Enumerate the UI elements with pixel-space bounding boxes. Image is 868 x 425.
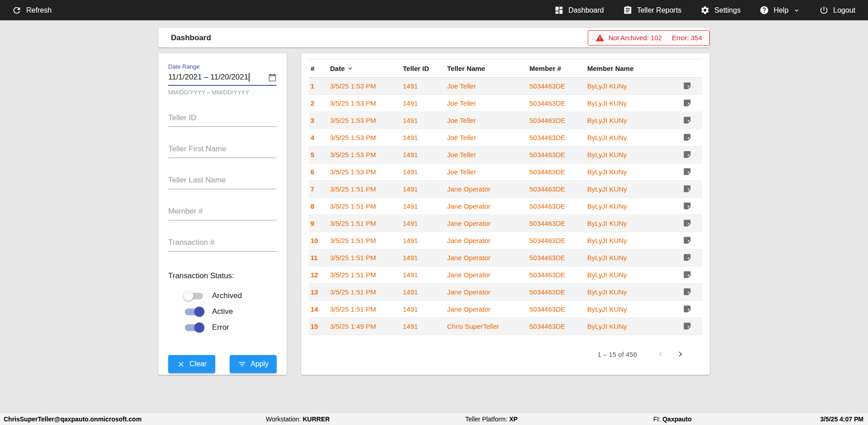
- cell-num: 8: [309, 198, 328, 215]
- refresh-label: Refresh: [26, 6, 52, 14]
- teller-last-name-input[interactable]: [168, 174, 277, 189]
- nav-settings[interactable]: Settings: [700, 5, 741, 15]
- cell-teller-name: Joe Teller: [445, 78, 528, 95]
- cell-member: 5034463DE: [528, 198, 585, 215]
- note-icon[interactable]: [682, 252, 693, 263]
- transaction-status-label: Transaction Status:: [168, 271, 277, 280]
- nav-teller-reports-label: Teller Reports: [637, 6, 682, 14]
- date-range-input[interactable]: 11/1/2021 – 11/20/2021: [168, 73, 277, 86]
- cell-date: 3/5/25 1:53 PM: [328, 112, 401, 129]
- teller-first-name-input[interactable]: [168, 143, 277, 158]
- active-toggle[interactable]: [184, 306, 204, 317]
- column-header-date[interactable]: Date: [328, 59, 401, 78]
- note-icon[interactable]: [682, 98, 693, 108]
- cell-date: 3/5/25 1:53 PM: [328, 146, 401, 163]
- date-range-hint: MM/DD/YYYY – MM/DD/YYYY: [168, 89, 277, 96]
- cell-num: 4: [309, 129, 328, 146]
- logout-button[interactable]: Logout: [819, 5, 855, 15]
- table-row[interactable]: 8 3/5/25 1:51 PM 1491 Jane Operator 5034…: [309, 198, 702, 215]
- cell-member: 5034463DE: [528, 95, 585, 112]
- table-row[interactable]: 13 3/5/25 1:51 PM 1491 Jane Operator 503…: [309, 284, 702, 301]
- note-icon[interactable]: [682, 286, 693, 297]
- table-body: 1 3/5/25 1:53 PM 1491 Joe Teller 5034463…: [309, 78, 702, 335]
- cell-teller-name: Joe Teller: [445, 163, 528, 181]
- note-icon[interactable]: [682, 115, 693, 126]
- page-title: Dashboard: [171, 33, 211, 42]
- cell-teller-name: Jane Operator: [445, 198, 528, 215]
- member-number-input[interactable]: [168, 205, 277, 220]
- note-icon[interactable]: [682, 218, 693, 229]
- pagination: 1 – 15 of 456: [309, 335, 702, 375]
- table-row[interactable]: 6 3/5/25 1:53 PM 1491 Joe Teller 5034463…: [309, 163, 702, 181]
- error-toggle[interactable]: [184, 322, 204, 333]
- note-icon[interactable]: [682, 201, 693, 211]
- date-range-label: Date Range: [168, 63, 277, 70]
- transaction-number-input[interactable]: [168, 236, 277, 252]
- clear-button-label: Clear: [189, 360, 207, 368]
- note-icon[interactable]: [682, 166, 693, 177]
- table-row[interactable]: 7 3/5/25 1:51 PM 1491 Jane Operator 5034…: [309, 181, 702, 198]
- note-icon[interactable]: [682, 269, 693, 280]
- cell-num: 13: [309, 284, 328, 301]
- cell-actions: [673, 146, 702, 163]
- cell-num: 2: [309, 95, 328, 112]
- archived-toggle[interactable]: [184, 290, 204, 301]
- note-icon[interactable]: [682, 183, 693, 194]
- note-icon[interactable]: [682, 80, 693, 91]
- note-icon[interactable]: [682, 235, 693, 246]
- help-icon: [760, 5, 769, 15]
- power-icon: [819, 5, 829, 15]
- table-row[interactable]: 12 3/5/25 1:51 PM 1491 Jane Operator 503…: [309, 266, 702, 284]
- table-row[interactable]: 5 3/5/25 1:53 PM 1491 Joe Teller 5034463…: [309, 146, 702, 163]
- cell-date: 3/5/25 1:51 PM: [328, 181, 401, 198]
- filter-icon: [238, 360, 246, 369]
- cell-member-name: ByLyJI KUNy: [585, 163, 673, 181]
- date-range-value: 11/1/2021 – 11/20/2021: [168, 73, 248, 82]
- cell-num: 3: [309, 112, 328, 129]
- cell-teller-name: Jane Operator: [445, 284, 528, 301]
- table-row[interactable]: 14 3/5/25 1:51 PM 1491 Jane Operator 503…: [309, 301, 702, 318]
- table-row[interactable]: 2 3/5/25 1:53 PM 1491 Joe Teller 5034463…: [309, 95, 702, 112]
- apply-button[interactable]: Apply: [230, 355, 277, 373]
- teller-id-input[interactable]: [168, 112, 277, 127]
- note-icon[interactable]: [682, 321, 693, 332]
- note-icon[interactable]: [682, 304, 693, 314]
- nav-dashboard[interactable]: Dashboard: [554, 5, 604, 15]
- table-row[interactable]: 9 3/5/25 1:51 PM 1491 Jane Operator 5034…: [309, 215, 702, 232]
- refresh-button[interactable]: Refresh: [12, 5, 52, 15]
- table-row[interactable]: 15 3/5/25 1:49 PM 1491 Chris SuperTeller…: [309, 318, 702, 335]
- transactions-table: # Date Teller ID Teller Name Member #: [309, 59, 702, 335]
- cell-teller-id: 1491: [401, 146, 445, 163]
- nav-teller-reports[interactable]: Teller Reports: [623, 5, 682, 15]
- calendar-icon[interactable]: [268, 73, 277, 82]
- column-header-actions: [673, 59, 702, 78]
- cell-teller-id: 1491: [401, 318, 445, 335]
- cell-actions: [673, 181, 702, 198]
- gear-icon: [700, 5, 710, 15]
- table-row[interactable]: 3 3/5/25 1:53 PM 1491 Joe Teller 5034463…: [309, 112, 702, 129]
- cell-actions: [673, 198, 702, 215]
- transactions-panel: # Date Teller ID Teller Name Member #: [301, 53, 710, 375]
- clear-button[interactable]: Clear: [168, 355, 215, 373]
- table-row[interactable]: 10 3/5/25 1:51 PM 1491 Jane Operator 503…: [309, 232, 702, 249]
- cell-member-name: ByLyJI KUNy: [585, 318, 673, 335]
- next-page-button[interactable]: [670, 344, 690, 364]
- table-row[interactable]: 1 3/5/25 1:53 PM 1491 Joe Teller 5034463…: [309, 78, 702, 95]
- cell-teller-id: 1491: [401, 78, 445, 95]
- table-row[interactable]: 4 3/5/25 1:53 PM 1491 Joe Teller 5034463…: [309, 129, 702, 146]
- table-row[interactable]: 11 3/5/25 1:51 PM 1491 Jane Operator 503…: [309, 249, 702, 266]
- cell-member-name: ByLyJI KUNy: [585, 249, 673, 266]
- cell-member-name: ByLyJI KUNy: [585, 181, 673, 198]
- note-icon[interactable]: [682, 132, 693, 143]
- cell-date: 3/5/25 1:51 PM: [328, 198, 401, 215]
- column-header-num: #: [309, 59, 328, 78]
- cell-member: 5034463DE: [528, 215, 585, 232]
- column-header-teller-id: Teller ID: [401, 59, 445, 78]
- cell-teller-name: Jane Operator: [445, 249, 528, 266]
- active-toggle-label: Active: [212, 307, 233, 316]
- note-icon[interactable]: [682, 149, 693, 160]
- cell-member-name: ByLyJI KUNy: [585, 284, 673, 301]
- cell-member-name: ByLyJI KUNy: [585, 112, 673, 129]
- nav-help[interactable]: Help: [760, 5, 800, 15]
- logout-label: Logout: [833, 6, 855, 14]
